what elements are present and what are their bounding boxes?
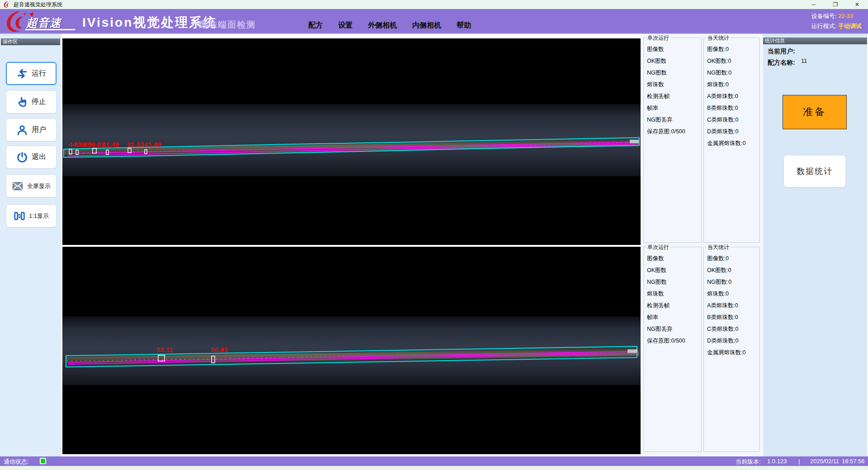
exit-button-label: 退出: [32, 152, 46, 162]
stat-row: D类熔珠数:0: [707, 128, 758, 140]
measurement-label: 31.53: [127, 141, 144, 148]
ready-button[interactable]: 准备: [783, 95, 847, 129]
minimize-button[interactable]: ─: [803, 0, 825, 9]
app-logo-icon: [3, 1, 10, 8]
run-mode-value: 手动调试: [838, 23, 862, 29]
current-user-label: 当前用户:: [768, 47, 795, 56]
fullscreen-button-label: 全屏显示: [27, 182, 51, 190]
status-time: 16:57:56: [842, 458, 865, 465]
stat-row: NG图数: [647, 69, 700, 81]
single-run-title: 单次运行: [646, 244, 670, 251]
menu-inner-camera[interactable]: 内侧相机: [412, 21, 441, 30]
run-mode-label: 运行模式:: [811, 23, 837, 29]
menu-bar: 配方 设置 外侧相机 内侧相机 帮助: [308, 9, 471, 34]
app-subtitle: 熔珠端面检测: [199, 19, 256, 31]
version-value: 1.0.123: [767, 458, 787, 465]
stat-row: 熔珠数:0: [707, 81, 758, 93]
info-panel: 统计信息 当前用户: 配方名称: 11 准备 数据统计: [763, 34, 867, 456]
device-number-label: 设备编号:: [811, 13, 837, 19]
outer-camera-view[interactable]: 44.39 41.85 39.83 41.49 31.53 41.49: [62, 38, 641, 245]
hand-stop-icon: [16, 96, 28, 108]
stat-row: C类熔珠数:0: [707, 116, 758, 128]
recipe-name-value: 11: [801, 58, 807, 64]
stat-row: NG图数: [647, 278, 700, 290]
brand-underline: [25, 29, 75, 30]
stop-button[interactable]: 停止: [6, 90, 57, 113]
stat-row: NG图丢弃: [647, 116, 700, 128]
stat-row: 帧率: [647, 314, 700, 325]
stat-row: NG图丢弃: [647, 325, 700, 337]
stat-row: 检测丢帧: [647, 93, 700, 104]
menu-settings[interactable]: 设置: [338, 21, 353, 30]
stat-row: NG图数:0: [707, 278, 758, 290]
daily-stats-title: 当天统计: [706, 244, 731, 251]
run-button-label: 运行: [32, 69, 46, 78]
stat-row: 图像数: [647, 46, 700, 57]
app-window: 超音速视觉处理系统 ─ ❐ ✕ 超音速 IVision视觉处理系统 熔珠端面检测…: [0, 0, 868, 470]
status-date: 2025/02/11: [810, 458, 839, 465]
stat-row: 金属屑熔珠数:0: [707, 140, 758, 151]
stat-row: D类熔珠数:0: [707, 337, 758, 349]
stop-button-label: 停止: [32, 97, 46, 107]
stat-row: 熔珠数: [647, 290, 700, 302]
stat-row: 图像数:0: [707, 255, 758, 267]
run-cycle-icon: [16, 68, 28, 80]
single-run-panel-bottom: 单次运行 图像数 OK图数 NG图数 熔珠数 检测丢帧 帧率 NG图丢弃 保存原…: [643, 247, 702, 452]
run-button[interactable]: 运行: [6, 62, 57, 85]
bead-end-highlight: [627, 349, 637, 353]
comm-status-indicator: [40, 458, 46, 464]
stat-row: 保存原图:0/500: [647, 337, 700, 349]
brand-text: 超音速: [26, 15, 61, 30]
menu-help[interactable]: 帮助: [457, 21, 471, 30]
stat-row: A类熔珠数:0: [707, 302, 758, 314]
power-icon: [16, 151, 28, 163]
stat-row: OK图数: [647, 267, 700, 278]
stat-row: 熔珠数: [647, 81, 700, 93]
daily-stats-title: 当天统计: [706, 34, 731, 42]
menu-recipe[interactable]: 配方: [308, 21, 323, 30]
device-number-value: 22-33: [838, 13, 853, 19]
sidebar-caption: 操作区: [1, 38, 60, 45]
status-bar: 通信状态: 当前版本: 1.0.123 | 2025/02/11 16:57:5…: [0, 456, 868, 466]
stat-row: B类熔珠数:0: [707, 104, 758, 116]
recipe-name-label: 配方名称:: [768, 59, 795, 67]
metal-band: [62, 104, 641, 176]
stat-row: C类熔珠数:0: [707, 325, 758, 337]
status-separator: |: [798, 458, 800, 465]
one-to-one-button-label: 1:1显示: [29, 212, 49, 220]
statistics-area: 单次运行 图像数 OK图数 NG图数 熔珠数 检测丢帧 帧率 NG图丢弃 保存原…: [642, 34, 763, 456]
menu-outer-camera[interactable]: 外侧相机: [368, 21, 397, 30]
user-button[interactable]: 用户: [6, 118, 57, 141]
stat-row: A类熔珠数:0: [707, 93, 758, 104]
user-icon: [16, 124, 28, 136]
exit-button[interactable]: 退出: [6, 146, 57, 169]
titlebar: 超音速视觉处理系统 ─ ❐ ✕: [0, 0, 868, 9]
single-run-panel-top: 单次运行 图像数 OK图数 NG图数 熔珠数 检测丢帧 帧率 NG图丢弃 保存原…: [643, 38, 702, 243]
stat-row: NG图数:0: [707, 69, 758, 81]
stat-row: OK图数:0: [707, 267, 758, 278]
daily-stats-panel-top: 当天统计 图像数:0 OK图数:0 NG图数:0 熔珠数:0 A类熔珠数:0 B…: [703, 38, 760, 243]
measurement-label: 41.49: [144, 141, 161, 148]
stat-row: B类熔珠数:0: [707, 314, 758, 325]
bead-end-highlight: [630, 140, 639, 143]
fullscreen-button[interactable]: 全屏显示: [6, 174, 57, 197]
window-title: 超音速视觉处理系统: [14, 1, 62, 9]
user-button-label: 用户: [32, 125, 46, 135]
close-button[interactable]: ✕: [846, 0, 868, 9]
stat-row: 熔珠数:0: [707, 290, 758, 302]
header: 超音速 IVision视觉处理系统 熔珠端面检测 配方 设置 外侧相机 内侧相机…: [0, 9, 868, 34]
comm-status-label: 通信状态:: [4, 458, 29, 466]
stat-row: 金属屑熔珠数:0: [707, 349, 758, 361]
data-statistics-button[interactable]: 数据统计: [783, 155, 846, 188]
operation-sidebar: 操作区 运行 停止 用户: [0, 34, 61, 456]
brand-swoosh-icon: [4, 10, 26, 33]
restore-button[interactable]: ❐: [825, 0, 846, 9]
daily-stats-panel-bottom: 当天统计 图像数:0 OK图数:0 NG图数:0 熔珠数:0 A类熔珠数:0 B…: [703, 247, 760, 452]
inner-camera-view[interactable]: 53.11 56.43: [62, 247, 641, 454]
window-bottom-edge: [0, 466, 868, 470]
measurement-label: 41.49: [102, 141, 119, 148]
app-title: IVision视觉处理系统: [82, 14, 217, 31]
stat-row: 图像数: [647, 255, 700, 267]
one-to-one-button[interactable]: 1:1显示: [6, 204, 57, 227]
stat-row: 图像数:0: [707, 46, 758, 57]
